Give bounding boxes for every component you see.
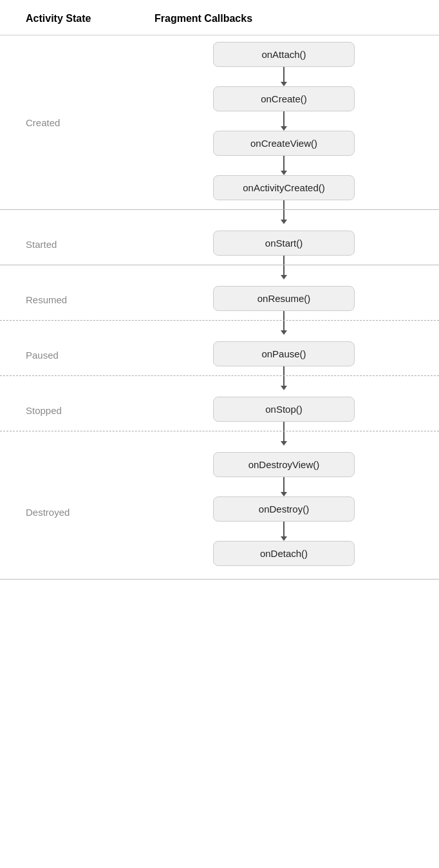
diagram-container: Activity State Fragment Callbacks Create…: [0, 0, 439, 868]
fragment-callbacks-header: Fragment Callbacks: [142, 13, 439, 24]
cross-arrow-5: [0, 431, 439, 446]
started-callbacks: onStart(): [142, 224, 439, 265]
arrow-cross-3: [281, 321, 287, 335]
paused-callbacks: onPause(): [142, 335, 439, 375]
destroyed-state-label: Destroyed: [0, 446, 142, 579]
arrow-3: [281, 156, 287, 175]
cross-arrow-2: [0, 265, 439, 279]
on-destroy-view-box: onDestroyView(): [213, 452, 355, 477]
started-section: Started onStart(): [0, 224, 439, 265]
cross-arrow-4: [0, 376, 439, 390]
arrow-cross-5: [281, 431, 287, 446]
cross-arrow-3: [0, 321, 439, 335]
created-callbacks: onAttach() onCreate() onCreateView() onA…: [142, 35, 439, 209]
cross-arrow-1: [0, 210, 439, 224]
arrow-2: [281, 111, 287, 131]
resumed-section: Resumed onResume(): [0, 279, 439, 321]
stopped-callbacks: onStop(): [142, 390, 439, 431]
paused-state-label: Paused: [0, 335, 142, 375]
on-stop-box: onStop(): [213, 397, 355, 422]
activity-state-header: Activity State: [0, 13, 142, 24]
stopped-section: Stopped onStop(): [0, 390, 439, 431]
on-resume-box: onResume(): [213, 286, 355, 311]
destroyed-section: Destroyed onDestroyView() onDestroy() on…: [0, 446, 439, 580]
resumed-state-label: Resumed: [0, 279, 142, 320]
header-row: Activity State Fragment Callbacks: [0, 13, 439, 35]
on-start-box: onStart(): [213, 231, 355, 256]
created-state-label: Created: [0, 35, 142, 209]
destroyed-callbacks: onDestroyView() onDestroy() onDetach(): [142, 446, 439, 579]
started-state-label: Started: [0, 224, 142, 265]
on-attach-box: onAttach(): [213, 42, 355, 67]
resumed-callbacks: onResume(): [142, 279, 439, 320]
arrow-cross-1: [281, 210, 287, 224]
on-activity-created-box: onActivityCreated(): [213, 175, 355, 200]
arrow-1: [281, 67, 287, 86]
stopped-state-label: Stopped: [0, 390, 142, 431]
paused-section: Paused onPause(): [0, 335, 439, 376]
divider-bottom: [0, 579, 439, 580]
on-pause-box: onPause(): [213, 341, 355, 366]
on-create-box: onCreate(): [213, 86, 355, 111]
created-section: Created onAttach() onCreate() onCreateVi…: [0, 35, 439, 210]
arrow-cross-4: [281, 376, 287, 390]
on-detach-box: onDetach(): [213, 541, 355, 566]
on-create-view-box: onCreateView(): [213, 131, 355, 156]
arrow-cross-2: [281, 265, 287, 279]
on-destroy-box: onDestroy(): [213, 496, 355, 522]
arrow-destroy-1: [281, 477, 287, 496]
arrow-destroy-2: [281, 522, 287, 541]
